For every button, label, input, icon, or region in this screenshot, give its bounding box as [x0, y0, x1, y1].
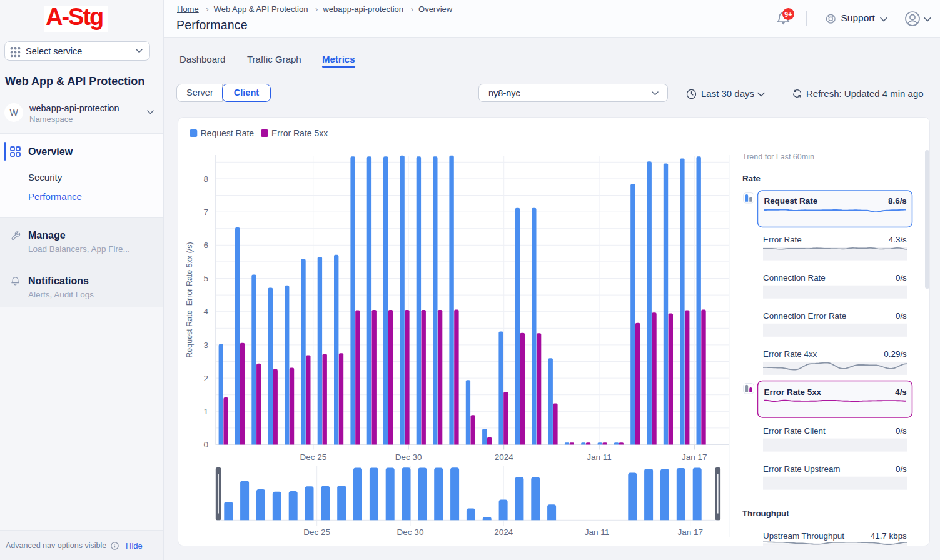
- svg-text:Jan 11: Jan 11: [585, 528, 610, 537]
- svg-text:5: 5: [203, 274, 208, 283]
- svg-text:Error Rate 5xx: Error Rate 5xx: [271, 128, 328, 138]
- svg-text:Jan 17: Jan 17: [682, 452, 707, 462]
- svg-text:Request Rate, Error Rate 5xx (: Request Rate, Error Rate 5xx (/s): [185, 242, 194, 358]
- svg-text:6: 6: [203, 241, 208, 250]
- svg-text:7: 7: [203, 208, 208, 217]
- svg-text:Request Rate: Request Rate: [201, 128, 255, 138]
- svg-text:Jan 17: Jan 17: [677, 528, 703, 537]
- svg-text:8: 8: [203, 174, 208, 184]
- svg-text:Dec 25: Dec 25: [300, 452, 326, 462]
- svg-text:Dec 25: Dec 25: [303, 528, 330, 537]
- svg-text:Dec 30: Dec 30: [397, 528, 424, 537]
- svg-text:0: 0: [203, 440, 208, 449]
- svg-text:3: 3: [203, 341, 208, 350]
- svg-text:4: 4: [203, 307, 208, 316]
- svg-text:2024: 2024: [495, 452, 514, 462]
- svg-text:2: 2: [203, 374, 208, 383]
- svg-text:Dec 30: Dec 30: [395, 452, 422, 462]
- svg-text:1: 1: [203, 407, 208, 416]
- svg-text:2024: 2024: [494, 528, 513, 537]
- svg-text:Jan 11: Jan 11: [587, 452, 612, 462]
